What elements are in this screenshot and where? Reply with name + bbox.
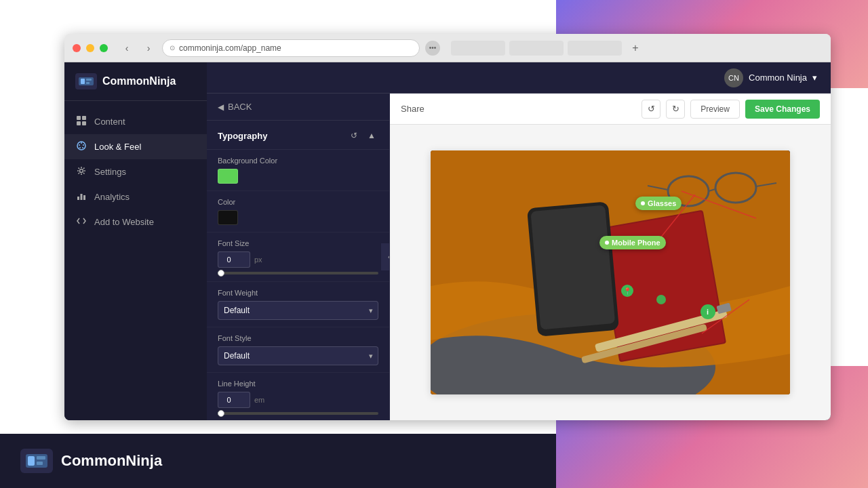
browser-menu-button[interactable]: •••	[425, 41, 440, 56]
traffic-light-yellow[interactable]	[86, 44, 94, 52]
font-style-select-wrapper: Default NormalItalicOblique	[218, 346, 378, 365]
new-tab-button[interactable]: +	[627, 40, 644, 56]
svg-rect-3	[86, 82, 90, 84]
svg-point-14	[80, 169, 83, 173]
footer-logo-text: CommonNinja	[61, 452, 162, 470]
preview-image-container: Glasses Mobile Phone i 📍	[431, 150, 790, 394]
sidebar-item-add-website[interactable]: Add to Website	[64, 209, 207, 235]
sidebar-navigation: Content Look & Feel	[64, 101, 207, 243]
svg-rect-4	[77, 116, 81, 120]
svg-rect-15	[77, 197, 79, 200]
svg-rect-5	[82, 116, 86, 120]
sidebar: CommonNinja Content	[64, 62, 207, 420]
logo-icon	[75, 73, 97, 89]
traffic-light-green[interactable]	[100, 44, 108, 52]
browser-tabs	[451, 41, 622, 56]
browser-tab[interactable]	[568, 41, 622, 56]
hotspot-dot-mobile	[605, 241, 609, 245]
font-weight-select[interactable]: Default 100200300 400500600 700800900	[218, 301, 378, 320]
preview-button[interactable]: Preview	[690, 100, 740, 119]
preview-image: Glasses Mobile Phone i 📍	[431, 150, 790, 394]
typography-title: Typography	[218, 131, 267, 141]
browser-tab[interactable]	[509, 41, 564, 56]
background-color-group: Background Color	[207, 150, 389, 191]
browser-toolbar: ‹ › ⊙ commoninja.com/app_name ••• +	[64, 34, 831, 62]
svg-point-13	[82, 147, 83, 148]
svg-rect-6	[77, 121, 81, 125]
hotspot-info[interactable]: i	[701, 304, 715, 319]
hotspot-pin[interactable]: 📍	[621, 285, 633, 297]
background-color-swatch[interactable]	[218, 169, 238, 184]
sidebar-item-analytics[interactable]: Analytics	[64, 184, 207, 209]
svg-point-10	[83, 144, 84, 146]
redo-button[interactable]: ↻	[666, 100, 685, 119]
address-bar[interactable]: ⊙ commoninja.com/app_name	[162, 39, 420, 57]
hotspot-glasses[interactable]: Glasses	[635, 197, 682, 210]
svg-rect-37	[28, 456, 35, 466]
line-height-slider[interactable]	[218, 412, 378, 415]
bar-chart-icon	[75, 191, 87, 203]
svg-rect-17	[83, 195, 85, 200]
hotspot-label-glasses: Glasses	[648, 199, 676, 207]
svg-rect-7	[82, 121, 86, 125]
footer: CommonNinja	[0, 434, 556, 488]
font-style-label: Font Style	[218, 334, 378, 342]
svg-rect-39	[37, 462, 43, 465]
back-arrow-icon: ◀	[218, 102, 224, 112]
address-text: commoninja.com/app_name	[179, 43, 281, 53]
svg-point-12	[79, 147, 81, 148]
browser-tab[interactable]	[451, 41, 505, 56]
collapse-panel-button[interactable]: ‹	[381, 243, 390, 270]
svg-rect-16	[81, 194, 83, 200]
hotspot-mobile-phone[interactable]: Mobile Phone	[599, 236, 666, 249]
back-button[interactable]: ◀ BACK	[207, 94, 389, 121]
color-swatch[interactable]	[218, 210, 238, 225]
app-container: CommonNinja Content	[64, 62, 831, 420]
settings-panel: ◀ BACK Typography ↺ ▲ Background Color	[207, 94, 390, 420]
collapse-section-button[interactable]: ▲	[365, 129, 378, 142]
section-controls: ↺ ▲	[347, 129, 378, 142]
hotspot-dot-glasses	[641, 201, 645, 205]
user-avatar: CN	[724, 68, 743, 87]
line-height-input[interactable]	[218, 392, 250, 408]
preview-toolbar: Share ↺ ↻ Preview Save Changes	[390, 94, 831, 125]
font-size-slider[interactable]	[218, 272, 378, 274]
browser-nav: ‹ ›	[119, 40, 157, 56]
typography-section-header: Typography ↺ ▲	[207, 121, 389, 150]
reset-button[interactable]: ↺	[347, 129, 361, 142]
color-group: Color	[207, 191, 389, 232]
palette-icon	[75, 141, 87, 152]
line-height-group: Line Height em	[207, 373, 389, 420]
font-size-input[interactable]	[218, 251, 250, 268]
nav-forward-button[interactable]: ›	[140, 40, 157, 56]
svg-rect-1	[81, 79, 85, 84]
save-changes-button[interactable]: Save Changes	[745, 100, 820, 119]
font-size-unit: px	[254, 256, 262, 264]
chevron-down-icon: ▾	[812, 73, 817, 83]
font-size-group: Font Size px	[207, 232, 389, 282]
sidebar-item-content[interactable]: Content	[64, 109, 207, 134]
traffic-light-red[interactable]	[73, 44, 81, 52]
preview-area: Share ↺ ↻ Preview Save Changes	[390, 94, 831, 420]
font-weight-label: Font Weight	[218, 289, 378, 297]
sidebar-logo: CommonNinja	[64, 62, 207, 101]
svg-point-35	[656, 295, 666, 304]
svg-rect-23	[530, 205, 615, 330]
user-menu[interactable]: CN Common Ninja ▾	[724, 68, 817, 87]
main-content: ◀ BACK Typography ↺ ▲ Background Color	[207, 94, 831, 420]
address-icon: ⊙	[170, 44, 175, 52]
font-weight-group: Font Weight Default 100200300 400500600 …	[207, 282, 389, 327]
color-label: Color	[218, 198, 378, 206]
sidebar-item-settings[interactable]: Settings	[64, 159, 207, 184]
preview-actions: ↺ ↻ Preview Save Changes	[642, 100, 820, 119]
undo-button[interactable]: ↺	[642, 100, 660, 119]
sidebar-item-look-feel[interactable]: Look & Feel	[64, 134, 207, 159]
share-button[interactable]: Share	[401, 104, 425, 114]
browser-window: ‹ › ⊙ commoninja.com/app_name ••• +	[64, 34, 831, 420]
line-height-label: Line Height	[218, 380, 378, 388]
font-style-select[interactable]: Default NormalItalicOblique	[218, 346, 378, 365]
nav-back-button[interactable]: ‹	[119, 40, 135, 56]
logo-text: CommonNinja	[102, 75, 176, 87]
gear-icon	[75, 166, 87, 178]
font-style-group: Font Style Default NormalItalicOblique	[207, 327, 389, 373]
